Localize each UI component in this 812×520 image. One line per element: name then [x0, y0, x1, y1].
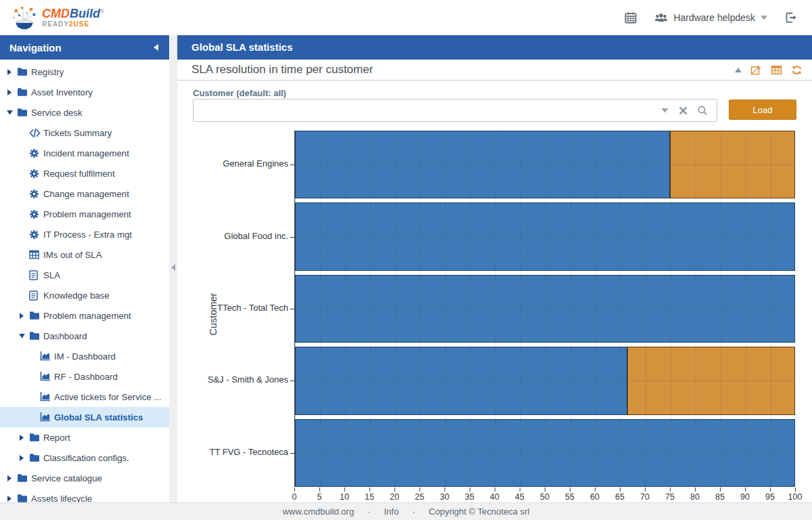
chart-icon [40, 392, 54, 402]
cmdbuild-logo: CMDBuild® READY2USE [11, 4, 104, 31]
gear-icon [29, 189, 43, 199]
sidebar-item-rf-dashboard[interactable]: RF - Dashboard [0, 366, 169, 387]
sidebar-item-label: Problem management [43, 209, 131, 219]
x-axis-label: 30 [440, 492, 449, 502]
sidebar-item-label: RF - Dashboard [54, 372, 118, 382]
sidebar-item-problem-management[interactable]: Problem management [0, 204, 169, 224]
footer: www.cmdbuild.org · Info · Copyright © Te… [0, 502, 812, 520]
sidebar-item-problem-management[interactable]: Problem management [0, 305, 169, 326]
category-label-ttech-total-tech: TTech - Total Tech [177, 303, 288, 313]
chevron-down-icon [761, 16, 767, 20]
sidebar-item-active-tickets-for-service[interactable]: Active tickets for Service ... [0, 387, 169, 407]
footer-link-info[interactable]: Info [384, 506, 399, 517]
gear-icon [29, 230, 43, 240]
sidebar-item-classification-configs[interactable]: Classification configs. [0, 448, 169, 468]
sidebar-item-label: Service catalogue [31, 473, 102, 483]
sidebar-item-registry[interactable]: Registry [0, 62, 169, 82]
sidebar-item-change-management[interactable]: Change management [0, 183, 169, 204]
x-axis-label: 70 [640, 492, 650, 502]
navigation-title: Navigation [9, 42, 62, 53]
caret-right-icon [19, 455, 29, 461]
bar-row-s-j-smith-jones [295, 347, 795, 414]
caret-right-icon [7, 475, 17, 481]
sidebar-item-assets-lifecycle[interactable]: Assets lifecycle [0, 488, 169, 502]
folder-icon [29, 331, 43, 341]
folder-icon [17, 108, 31, 117]
gear-icon [29, 169, 43, 179]
sidebar-item-dashboard[interactable]: Dashboard [0, 326, 169, 346]
app-window: CMDBuild® READY2USE [0, 0, 812, 520]
top-header: CMDBuild® READY2USE [0, 0, 812, 35]
x-axis-label: 95 [765, 492, 775, 502]
sidebar-item-label: Asset Inventory [31, 87, 93, 98]
footer-link-cmdbuild[interactable]: www.cmdbuild.org [283, 506, 355, 517]
chart-x-axis-ticks [294, 488, 796, 492]
sidebar-item-service-catalogue[interactable]: Service catalogue [0, 468, 169, 488]
category-label-global-food-inc: Global Food inc. [177, 231, 288, 241]
y-axis-tick [290, 237, 294, 238]
sidebar-item-label: Problem management [43, 311, 131, 321]
x-axis-label: 85 [715, 492, 725, 502]
sidebar-item-tickets-summary[interactable]: Tickets Summary [0, 123, 169, 143]
splitter[interactable] [169, 35, 177, 502]
x-axis-label: 45 [515, 492, 524, 502]
clear-chart-icon[interactable] [750, 64, 762, 76]
refresh-icon[interactable] [791, 64, 803, 76]
bar-row-tt-fvg-tecnoteca [295, 419, 795, 487]
x-axis-label: 35 [465, 492, 474, 502]
sidebar-item-it-process-extra-mgt[interactable]: IT Process - Extra mgt [0, 224, 169, 244]
table-view-icon[interactable] [771, 64, 782, 76]
y-axis-tick [290, 309, 294, 309]
sidebar-item-im-dashboard[interactable]: IM - Dashboard [0, 346, 169, 366]
chart-icon [40, 372, 54, 381]
caret-right-icon [7, 69, 17, 75]
group-menu-label: Hardware helpdesk [673, 12, 755, 23]
sidebar-item-incident-management[interactable]: Incident management [0, 143, 169, 163]
caret-right-icon [7, 89, 17, 95]
chart-icon [40, 351, 54, 361]
category-label-s-j-smith-jones: S&J - Smith & Jones [177, 374, 288, 385]
sidebar-item-knowledge-base[interactable]: Knowledge base [0, 285, 169, 305]
sidebar-item-ims-out-of-sla[interactable]: IMs out of SLA [0, 244, 169, 265]
calendar-icon[interactable] [625, 12, 637, 24]
x-axis-label: 75 [665, 492, 675, 502]
sidebar-item-request-fulfilment[interactable]: Request fulfilment [0, 163, 169, 183]
sidebar-item-label: Global SLA statistics [54, 412, 143, 422]
caret-down-icon [7, 110, 17, 115]
splitter-collapse-handle[interactable] [171, 264, 175, 271]
code-icon [29, 128, 43, 138]
gear-icon [29, 209, 43, 219]
cmdbuild-logo-icon [11, 4, 38, 31]
footer-separator: · [367, 506, 370, 517]
chart-x-axis-labels: 0510152025303540455055606570758085909510… [294, 492, 795, 502]
doc-icon [29, 270, 43, 280]
sidebar-collapse-button[interactable] [154, 44, 158, 51]
brand-tagline: READY2USE [42, 21, 104, 28]
sidebar-item-label: IMs out of SLA [43, 250, 102, 260]
panel-title: SLA resolution in time per customer [177, 60, 373, 80]
sidebar-item-asset-inventory[interactable]: Asset Inventory [0, 82, 169, 102]
sidebar-item-label: Active tickets for Service ... [54, 392, 161, 402]
y-axis-tick [290, 165, 294, 165]
chart-icon [40, 412, 54, 422]
sidebar-item-global-sla-statistics[interactable]: Global SLA statistics [0, 407, 169, 427]
x-axis-label: 5 [317, 492, 322, 502]
sidebar-item-sla[interactable]: SLA [0, 265, 169, 285]
x-axis-label: 90 [740, 492, 750, 502]
sidebar-item-label: Dashboard [43, 331, 87, 341]
x-axis-label: 65 [615, 492, 625, 502]
sidebar-item-label: Report [43, 433, 70, 443]
logout-icon[interactable] [785, 12, 797, 24]
sidebar-item-label: SLA [43, 270, 60, 280]
main-content: Global SLA statistics SLA resolution in … [177, 35, 812, 502]
panel-collapse-button[interactable] [735, 68, 742, 72]
page-title: Global SLA statistics [191, 41, 292, 53]
bar-segment-series-blue [295, 202, 795, 270]
group-menu[interactable]: Hardware helpdesk [654, 12, 767, 24]
sidebar-item-report[interactable]: Report [0, 427, 169, 448]
sidebar-item-service-desk[interactable]: Service desk [0, 102, 169, 123]
sidebar-item-label: IM - Dashboard [54, 351, 116, 362]
x-axis-label: 55 [565, 492, 574, 502]
x-axis-label: 50 [540, 492, 549, 502]
folder-icon [17, 494, 31, 502]
